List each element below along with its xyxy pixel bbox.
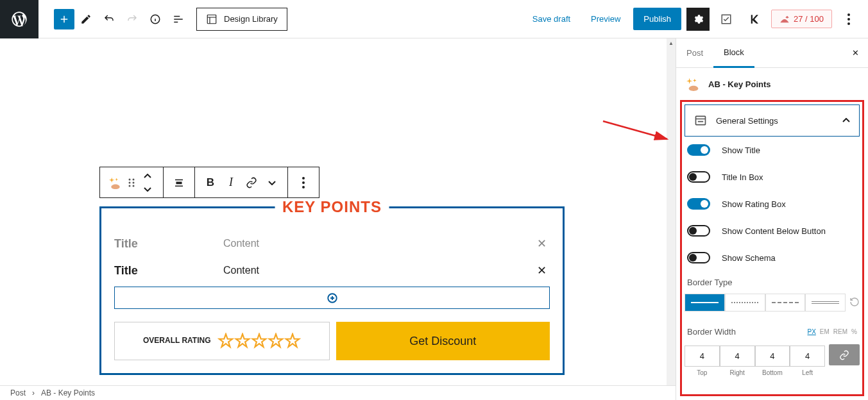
block-name-label: AB - Key Points xyxy=(708,79,771,89)
design-library-button[interactable]: Design Library xyxy=(196,8,287,31)
key-point-row[interactable]: Title Content ✕ xyxy=(114,257,550,284)
kp-title-input[interactable]: Title xyxy=(114,237,210,251)
svg-rect-16 xyxy=(696,116,706,124)
show-content-below-label: Show Content Below Button xyxy=(722,226,826,236)
border-width-left-input[interactable]: 4 xyxy=(790,346,825,367)
bw-bottom-label: Bottom xyxy=(755,367,790,376)
preview-button[interactable]: Preview xyxy=(583,9,628,29)
discount-button[interactable]: Get Discount xyxy=(336,322,550,360)
remove-row-button[interactable]: ✕ xyxy=(537,237,550,251)
title-in-box-toggle[interactable] xyxy=(687,171,710,183)
key-points-block[interactable]: KEY POINTS Title Content ✕ Title Content… xyxy=(99,206,565,375)
remove-row-button[interactable]: ✕ xyxy=(537,263,550,278)
redo-button[interactable] xyxy=(121,8,144,31)
save-draft-button[interactable]: Save draft xyxy=(525,9,578,29)
bw-top-label: Top xyxy=(685,367,720,376)
svg-point-14 xyxy=(302,186,305,188)
bold-button[interactable]: B xyxy=(200,169,221,196)
border-dotted-option[interactable] xyxy=(725,294,765,312)
svg-point-7 xyxy=(133,178,135,180)
key-points-title[interactable]: KEY POINTS xyxy=(275,198,389,216)
breadcrumb: Post › AB - Key Points xyxy=(0,385,676,400)
show-content-below-toggle[interactable] xyxy=(687,225,710,237)
scrollbar[interactable]: ▲ xyxy=(667,38,676,400)
svg-point-5 xyxy=(847,22,850,25)
show-rating-toggle[interactable] xyxy=(687,198,710,210)
svg-point-4 xyxy=(847,18,850,21)
link-values-button[interactable] xyxy=(829,344,860,365)
kp-content-input[interactable]: Content xyxy=(223,238,524,249)
unit-px[interactable]: PX xyxy=(808,328,816,335)
key-point-row[interactable]: Title Content ✕ xyxy=(114,230,550,257)
move-up-button[interactable] xyxy=(137,170,158,183)
show-schema-toggle[interactable] xyxy=(687,252,710,263)
align-button[interactable] xyxy=(169,169,189,196)
unit-pct[interactable]: % xyxy=(851,328,857,335)
star-rating[interactable] xyxy=(217,333,301,349)
general-settings-panel[interactable]: General Settings xyxy=(685,104,860,137)
show-title-label: Show Title xyxy=(722,146,760,155)
kadence-button[interactable] xyxy=(743,8,766,31)
wordpress-logo[interactable] xyxy=(0,0,38,38)
drag-handle[interactable] xyxy=(126,169,137,196)
undo-button[interactable] xyxy=(98,8,121,31)
publish-button[interactable]: Publish xyxy=(633,8,681,30)
add-block-button[interactable] xyxy=(54,9,74,29)
kp-content-input[interactable]: Content xyxy=(223,265,524,276)
block-type-icon[interactable] xyxy=(105,169,126,196)
move-down-button[interactable] xyxy=(137,183,158,196)
svg-point-8 xyxy=(129,181,131,183)
outline-button[interactable] xyxy=(167,8,190,31)
title-in-box-label: Title In Box xyxy=(722,172,763,182)
breadcrumb-post[interactable]: Post xyxy=(10,388,26,397)
chevron-up-icon xyxy=(842,118,850,123)
more-options-button[interactable] xyxy=(837,8,860,31)
border-double-option[interactable] xyxy=(805,294,846,312)
svg-point-12 xyxy=(302,177,305,179)
border-type-label: Border Type xyxy=(687,278,733,287)
link-button[interactable] xyxy=(241,169,262,196)
block-more-button[interactable] xyxy=(293,169,314,196)
italic-button[interactable]: I xyxy=(221,169,241,196)
svg-point-3 xyxy=(847,13,850,16)
unit-rem[interactable]: REM xyxy=(833,328,847,335)
svg-point-13 xyxy=(302,181,305,184)
border-width-label: Border Width xyxy=(687,327,736,337)
more-formatting-button[interactable] xyxy=(262,169,282,196)
block-toolbar: B I xyxy=(99,167,319,198)
breadcrumb-block[interactable]: AB - Key Points xyxy=(41,388,95,397)
editor-canvas[interactable]: ▲ xyxy=(0,38,676,400)
reset-border-button[interactable] xyxy=(849,297,860,309)
info-button[interactable] xyxy=(144,8,167,31)
border-width-top-input[interactable]: 4 xyxy=(685,346,720,367)
scroll-up-arrow[interactable]: ▲ xyxy=(667,38,676,47)
checklist-button[interactable] xyxy=(715,8,738,31)
add-row-button[interactable] xyxy=(114,287,550,309)
settings-sidebar: Post Block ✕ AB - Key Points General Set… xyxy=(676,38,868,400)
border-width-right-input[interactable]: 4 xyxy=(720,346,755,367)
tab-block[interactable]: Block xyxy=(713,38,754,68)
show-rating-label: Show Rating Box xyxy=(722,199,786,209)
unit-em[interactable]: EM xyxy=(820,328,830,335)
settings-button[interactable] xyxy=(686,8,710,31)
border-width-bottom-input[interactable]: 4 xyxy=(755,346,790,367)
edit-tool-button[interactable] xyxy=(74,8,98,31)
close-sidebar-button[interactable]: ✕ xyxy=(843,39,868,67)
rating-box[interactable]: OVERALL RATING xyxy=(114,322,330,360)
panel-title: General Settings xyxy=(716,116,833,126)
bw-left-label: Left xyxy=(790,367,825,376)
tab-post[interactable]: Post xyxy=(676,39,713,67)
kp-title-input[interactable]: Title xyxy=(114,264,210,278)
design-library-label: Design Library xyxy=(224,14,278,24)
svg-rect-1 xyxy=(207,15,216,24)
border-solid-option[interactable] xyxy=(685,294,725,312)
chevron-right-icon: › xyxy=(32,388,35,397)
border-dashed-option[interactable] xyxy=(765,294,806,312)
seo-score-button[interactable]: 27 / 100 xyxy=(771,10,832,28)
svg-point-9 xyxy=(133,181,135,183)
overall-rating-label: OVERALL RATING xyxy=(143,336,211,346)
svg-point-6 xyxy=(129,178,131,180)
svg-point-10 xyxy=(129,185,131,187)
show-schema-label: Show Schema xyxy=(722,253,776,263)
show-title-toggle[interactable] xyxy=(687,144,710,156)
